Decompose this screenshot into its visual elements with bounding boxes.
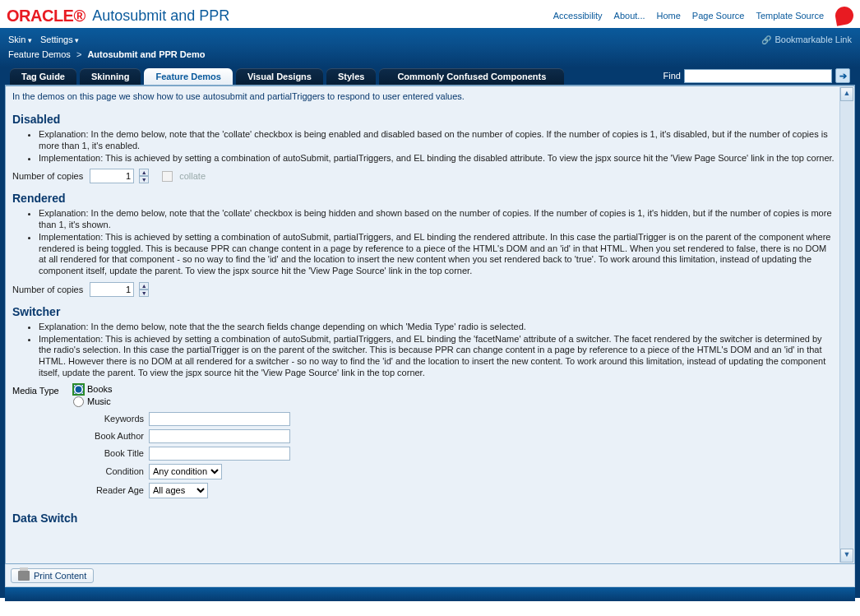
section-rendered-bullets: Explanation: In the demo below, note tha… [12,208,836,277]
disabled-copies-spinner[interactable]: ▲▼ [139,169,149,183]
section-disabled-bullets: Explanation: In the demo below, note tha… [12,129,836,164]
radio-books[interactable]: Books [73,384,113,395]
link-page-source[interactable]: Page Source [692,11,745,21]
rendered-copies-label: Number of copies [12,285,83,294]
print-content-button[interactable]: Print Content [11,568,94,583]
disabled-copies-label: Number of copies [12,171,83,181]
scrollbar[interactable]: ▲ ▼ [839,87,853,563]
section-dataswitch-title: Data Switch [12,512,836,525]
breadcrumb: Feature Demos > Autosubmit and PPR Demo [8,49,852,59]
link-template-source[interactable]: Template Source [756,11,824,21]
rendered-copies-input[interactable] [90,282,134,297]
blue-bar: Skin Settings Bookmarkable Link Feature … [0,28,860,67]
bottom-bar: Print Content [5,564,855,587]
keywords-input[interactable] [149,412,290,426]
top-header: ORACLE ® Autosubmit and PPR Accessibilit… [0,0,860,28]
scroll-up-button[interactable]: ▲ [840,87,853,101]
skin-menu[interactable]: Skin [8,35,32,44]
radio-music[interactable]: Music [73,396,113,407]
condition-select[interactable]: Any condition [149,464,222,479]
bookmarkable-link[interactable]: Bookmarkable Link [761,35,852,44]
breadcrumb-root[interactable]: Feature Demos [8,49,71,59]
tab-skinning[interactable]: Skinning [80,68,141,85]
condition-label: Condition [12,466,144,476]
tab-styles[interactable]: Styles [326,68,376,85]
header-links: Accessibility About... Home Page Source … [553,7,853,25]
rendered-copies-spinner[interactable]: ▲▼ [139,282,149,297]
find-label: Find [663,71,681,81]
find-go-button[interactable]: ➔ [835,68,850,83]
oracle-logo: ORACLE [7,7,73,25]
media-type-label: Media Type [12,384,63,407]
content-frame: In the demos on this page we show how to… [5,86,855,564]
scroll-down-button[interactable]: ▼ [840,549,853,563]
collate-label: collate [179,171,206,181]
link-about[interactable]: About... [614,11,645,21]
tab-visual-designs[interactable]: Visual Designs [236,68,323,85]
author-input[interactable] [149,429,290,443]
printer-icon [18,571,30,581]
author-label: Book Author [12,431,144,441]
tab-tag-guide[interactable]: Tag Guide [10,68,76,85]
collate-checkbox [162,171,173,182]
age-label: Reader Age [12,485,144,495]
keywords-label: Keywords [12,414,144,424]
footer-stripe [5,587,855,601]
disabled-copies-input[interactable] [90,169,134,183]
tab-feature-demos[interactable]: Feature Demos [144,68,232,85]
link-accessibility[interactable]: Accessibility [553,11,603,21]
find-input[interactable] [684,69,832,83]
section-switcher-bullets: Explanation: In the demo below, note tha… [12,322,836,379]
section-switcher-title: Switcher [12,305,836,318]
tab-bar: Tag Guide Skinning Feature Demos Visual … [5,67,855,86]
settings-menu[interactable]: Settings [40,35,79,44]
title-input[interactable] [149,447,290,461]
breadcrumb-current: Autosubmit and PPR Demo [87,49,205,59]
page-title: Autosubmit and PPR [92,7,229,25]
tab-commonly-confused[interactable]: Commonly Confused Components [379,68,564,85]
age-select[interactable]: All ages [149,483,208,498]
section-rendered-title: Rendered [12,192,836,205]
title-label: Book Title [12,448,144,458]
link-home[interactable]: Home [657,11,681,21]
oracle-swoosh-icon [834,5,854,25]
intro-text: In the demos on this page we show how to… [12,91,836,101]
section-disabled-title: Disabled [12,113,836,126]
